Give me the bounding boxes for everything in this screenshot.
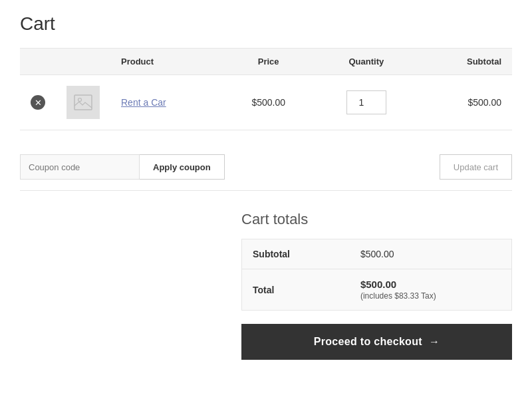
total-value-cell: $500.00 (includes $83.33 Tax) — [350, 269, 512, 311]
quantity-input[interactable] — [346, 90, 386, 114]
subtotal-cell: $500.00 — [418, 75, 512, 130]
checkout-arrow-icon: → — [429, 336, 440, 348]
subtotal-label: Subtotal — [242, 239, 350, 269]
th-quantity: Quantity — [315, 49, 418, 75]
cart-totals-title: Cart totals — [241, 211, 308, 228]
th-product: Product — [110, 49, 222, 75]
cart-table-header-row: Product Price Quantity Subtotal — [20, 49, 512, 75]
tax-note: (includes $83.33 Tax) — [360, 291, 501, 301]
product-link[interactable]: Rent a Car — [121, 97, 166, 108]
coupon-left: Apply coupon — [20, 154, 225, 180]
quantity-cell — [315, 75, 418, 130]
total-amount: $500.00 — [360, 279, 501, 290]
cart-totals-table: Subtotal $500.00 Total $500.00 (includes… — [241, 239, 512, 311]
remove-item-button[interactable]: ✕ — [31, 95, 45, 110]
th-subtotal: Subtotal — [418, 49, 512, 75]
cart-table: Product Price Quantity Subtotal ✕ Re — [20, 48, 512, 130]
subtotal-row: Subtotal $500.00 — [242, 239, 512, 269]
checkout-label: Proceed to checkout — [314, 336, 422, 348]
total-label: Total — [242, 269, 350, 311]
cart-totals-section: Cart totals Subtotal $500.00 Total $500.… — [241, 211, 512, 360]
subtotal-value: $500.00 — [350, 239, 512, 269]
price-cell: $500.00 — [222, 75, 315, 130]
image-placeholder-icon — [74, 94, 92, 110]
product-thumbnail-cell — [56, 75, 110, 130]
page-title: Cart — [20, 13, 512, 35]
remove-cell: ✕ — [20, 75, 56, 130]
product-thumbnail-placeholder — [66, 86, 100, 119]
update-cart-button[interactable]: Update cart — [440, 154, 512, 180]
table-row: ✕ Rent a Car $500.00 $500.00 — [20, 75, 512, 130]
svg-rect-0 — [74, 95, 92, 110]
svg-point-1 — [78, 98, 82, 102]
th-thumb — [56, 49, 110, 75]
th-remove — [20, 49, 56, 75]
checkout-button[interactable]: Proceed to checkout → — [241, 324, 512, 360]
th-price: Price — [222, 49, 315, 75]
coupon-input[interactable] — [20, 154, 140, 180]
apply-coupon-button[interactable]: Apply coupon — [140, 154, 225, 180]
total-row: Total $500.00 (includes $83.33 Tax) — [242, 269, 512, 311]
product-name-cell: Rent a Car — [110, 75, 222, 130]
coupon-row: Apply coupon Update cart — [20, 144, 512, 191]
